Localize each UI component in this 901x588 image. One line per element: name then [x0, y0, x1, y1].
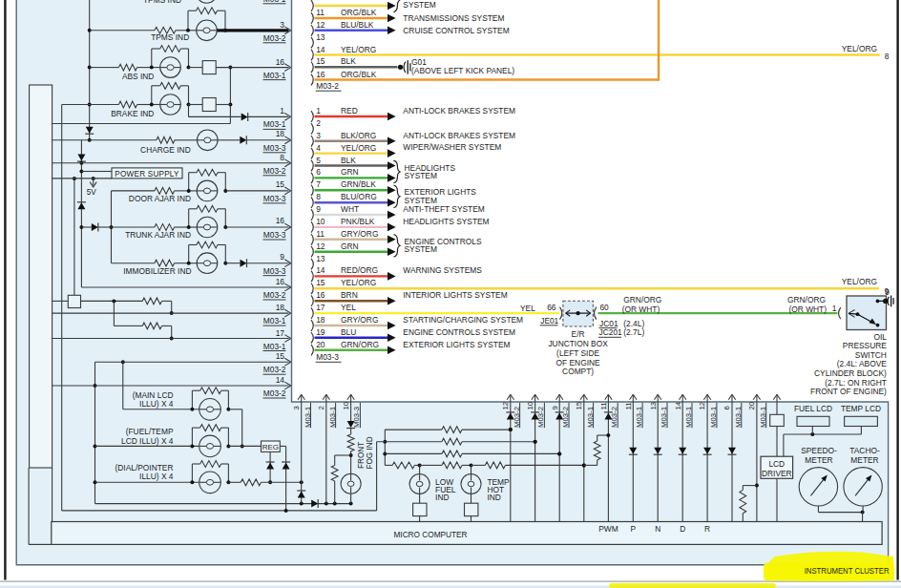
- svg-text:10: 10: [316, 217, 325, 226]
- svg-text:FUEL LCD: FUEL LCD: [794, 404, 832, 413]
- svg-text:MICRO COMPUTER: MICRO COMPUTER: [394, 530, 468, 539]
- svg-text:12: 12: [698, 402, 706, 410]
- svg-text:10: 10: [342, 401, 350, 410]
- svg-text:COMPT): COMPT): [562, 367, 594, 376]
- svg-text:(ABOVE LEFT KICK PANEL): (ABOVE LEFT KICK PANEL): [411, 66, 514, 75]
- svg-text:METER: METER: [805, 455, 832, 465]
- svg-text:RED/ORG: RED/ORG: [341, 265, 378, 275]
- svg-text:3: 3: [280, 20, 284, 30]
- svg-text:(2.7L: ON RIGHT: (2.7L: ON RIGHT: [825, 378, 887, 388]
- svg-text:20: 20: [747, 401, 756, 410]
- svg-text:M03-3: M03-3: [316, 352, 339, 362]
- svg-text:JC01: JC01: [599, 319, 618, 328]
- svg-text:16: 16: [316, 290, 325, 300]
- svg-text:TEMP LCD: TEMP LCD: [841, 404, 881, 413]
- svg-text:LCD: LCD: [768, 459, 785, 469]
- svg-text:CRUISE CONTROL SYSTEM: CRUISE CONTROL SYSTEM: [403, 26, 509, 35]
- svg-text:16: 16: [276, 277, 285, 286]
- svg-text:3: 3: [292, 406, 301, 410]
- svg-text:IMMOBILIZER IND: IMMOBILIZER IND: [123, 266, 191, 276]
- svg-text:17: 17: [276, 328, 285, 338]
- svg-text:OIL: OIL: [873, 332, 887, 342]
- svg-text:GRY/ORG: GRY/ORG: [341, 229, 378, 239]
- svg-text:M03-2: M03-2: [263, 388, 286, 398]
- svg-text:M03-3: M03-3: [263, 266, 286, 276]
- svg-text:ORG/BLK: ORG/BLK: [341, 70, 377, 79]
- svg-text:ANTI-LOCK BRAKES SYSTEM: ANTI-LOCK BRAKES SYSTEM: [403, 106, 515, 116]
- svg-text:GRN/ORG: GRN/ORG: [341, 340, 379, 349]
- svg-text:M03-2: M03-2: [263, 166, 286, 176]
- svg-text:1: 1: [832, 304, 837, 313]
- svg-text:SYSTEM: SYSTEM: [405, 171, 437, 180]
- svg-text:HEADLIGHTS SYSTEM: HEADLIGHTS SYSTEM: [403, 217, 489, 226]
- svg-text:BLU: BLU: [341, 327, 356, 337]
- svg-text:8: 8: [885, 52, 890, 61]
- svg-text:11: 11: [624, 402, 633, 410]
- svg-text:TPMS IND: TPMS IND: [151, 32, 189, 42]
- svg-text:BLU/BLK: BLU/BLK: [341, 20, 374, 30]
- svg-text:15: 15: [316, 56, 325, 66]
- svg-text:14: 14: [674, 401, 682, 410]
- svg-text:9: 9: [280, 252, 284, 262]
- svg-text:19: 19: [316, 327, 325, 337]
- svg-text:14: 14: [316, 45, 325, 54]
- svg-text:SPEEDO-: SPEEDO-: [801, 446, 837, 455]
- svg-text:P: P: [631, 524, 637, 534]
- svg-text:INTERIOR LIGHTS SYSTEM: INTERIOR LIGHTS SYSTEM: [403, 290, 507, 300]
- svg-text:2: 2: [316, 118, 321, 128]
- svg-text:E/R: E/R: [572, 329, 585, 339]
- svg-text:FRONT: FRONT: [357, 442, 366, 469]
- svg-text:9: 9: [885, 286, 890, 296]
- svg-text:M03-3: M03-3: [263, 143, 286, 153]
- svg-text:GRN: GRN: [341, 242, 359, 251]
- svg-text:11: 11: [599, 402, 608, 410]
- svg-text:1: 1: [280, 106, 284, 116]
- svg-text:YEL/ORG: YEL/ORG: [341, 278, 376, 287]
- svg-text:JUNCTION BOX: JUNCTION BOX: [548, 339, 608, 348]
- svg-text:13: 13: [649, 402, 658, 410]
- svg-text:(OR WHT): (OR WHT): [788, 304, 827, 314]
- svg-text:18: 18: [276, 129, 285, 138]
- svg-text:M03-3: M03-3: [263, 230, 286, 240]
- svg-text:11: 11: [316, 229, 325, 239]
- svg-text:(OR WHT): (OR WHT): [622, 304, 660, 314]
- svg-text:6: 6: [723, 406, 731, 410]
- svg-text:FOG IND: FOG IND: [366, 436, 374, 469]
- svg-text:YEL/ORG: YEL/ORG: [341, 45, 376, 54]
- svg-text:M03-2: M03-2: [263, 290, 286, 300]
- svg-text:GRY/ORG: GRY/ORG: [341, 315, 378, 325]
- svg-text:PNK/BLK: PNK/BLK: [341, 217, 375, 226]
- svg-text:METER: METER: [850, 455, 878, 465]
- svg-text:20: 20: [316, 340, 325, 349]
- svg-text:M03-2: M03-2: [263, 365, 286, 374]
- svg-text:REG: REG: [262, 443, 279, 452]
- svg-text:R: R: [704, 524, 710, 534]
- svg-text:10: 10: [526, 401, 534, 410]
- svg-text:GRN/BLK: GRN/BLK: [341, 179, 376, 189]
- svg-text:2: 2: [317, 406, 325, 410]
- svg-text:EXTERIOR LIGHTS SYSTEM: EXTERIOR LIGHTS SYSTEM: [403, 340, 510, 349]
- svg-text:(LEFT SIDE: (LEFT SIDE: [556, 348, 599, 358]
- svg-text:18: 18: [276, 303, 285, 312]
- svg-text:M03-2: M03-2: [316, 81, 339, 91]
- svg-text:BLK/ORG: BLK/ORG: [341, 131, 376, 140]
- svg-text:M03-1: M03-1: [263, 342, 286, 351]
- svg-text:CYLINDER BLOCK): CYLINDER BLOCK): [814, 368, 887, 378]
- svg-text:66: 66: [547, 303, 556, 312]
- svg-text:YEL/ORG: YEL/ORG: [842, 44, 877, 53]
- svg-text:G01: G01: [411, 57, 427, 67]
- svg-text:15: 15: [276, 351, 285, 361]
- svg-text:JE01: JE01: [540, 316, 558, 326]
- svg-text:12: 12: [316, 242, 325, 251]
- svg-text:WARNING SYSTEMS: WARNING SYSTEMS: [403, 265, 482, 275]
- svg-text:PWM: PWM: [598, 524, 618, 534]
- svg-text:PRESSURE: PRESSURE: [843, 341, 887, 350]
- svg-text:14: 14: [276, 375, 285, 385]
- svg-text:GRN: GRN: [341, 167, 359, 177]
- svg-text:17: 17: [316, 303, 325, 312]
- svg-text:N: N: [655, 524, 660, 534]
- svg-text:YEL/ORG: YEL/ORG: [842, 277, 877, 286]
- svg-text:INSTRUMENT CLUSTER: INSTRUMENT CLUSTER: [805, 566, 890, 576]
- svg-text:ANTI-LOCK BRAKES SYSTEM: ANTI-LOCK BRAKES SYSTEM: [403, 131, 515, 140]
- svg-text:GRN/ORG: GRN/ORG: [623, 295, 661, 304]
